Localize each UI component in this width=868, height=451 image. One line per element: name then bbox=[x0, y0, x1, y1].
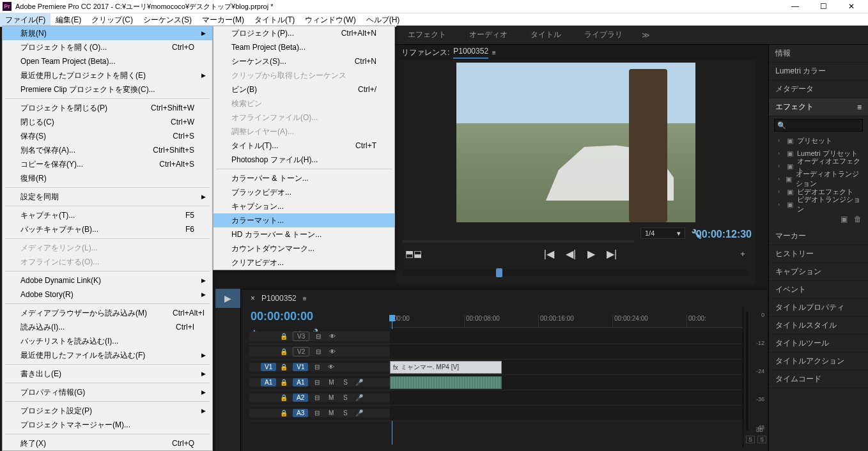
menu-item[interactable]: Adobe Dynamic Link(K)▶ bbox=[3, 273, 212, 287]
track-lane[interactable] bbox=[390, 329, 761, 344]
new-bin-icon[interactable]: ▣ bbox=[841, 215, 848, 224]
track-target[interactable]: V2 bbox=[293, 347, 309, 356]
solo-button[interactable]: S bbox=[757, 436, 766, 443]
menu-item[interactable]: プロジェクトを閉じる(P)Ctrl+Shift+W bbox=[3, 101, 212, 115]
menu-item[interactable]: 別名で保存(A)...Ctrl+Shift+S bbox=[3, 143, 212, 157]
add-marker-button[interactable]: ＋ bbox=[739, 248, 747, 259]
effects-search-input[interactable] bbox=[774, 119, 863, 132]
zoom-dropdown[interactable]: 1/4▾ bbox=[640, 227, 685, 239]
menu-item[interactable]: カラーマット... bbox=[213, 213, 394, 227]
play-button[interactable]: ▶ bbox=[587, 248, 595, 260]
go-to-out-button[interactable]: ▶| bbox=[607, 248, 617, 260]
menu-item[interactable]: キャプション... bbox=[213, 199, 394, 213]
sync-lock-icon[interactable]: ⊟ bbox=[312, 409, 322, 417]
workspace-tab[interactable]: オーディオ bbox=[458, 26, 519, 44]
panel-tab-effects[interactable]: エフェクト≡ bbox=[769, 98, 868, 116]
menu-item[interactable]: 最近使用したプロジェクトを開く(E)▶ bbox=[3, 68, 212, 82]
program-sequence-tab[interactable]: P1000352 bbox=[453, 47, 488, 59]
selection-tool[interactable]: ▶ bbox=[215, 289, 240, 308]
step-back-button[interactable]: ◀| bbox=[566, 248, 576, 260]
menu-item[interactable]: 新規(N)▶ bbox=[3, 26, 212, 40]
video-preview[interactable] bbox=[456, 63, 695, 222]
panel-tab[interactable]: キャプション bbox=[769, 263, 868, 281]
sync-lock-icon[interactable]: ⊟ bbox=[313, 348, 323, 355]
sync-lock-icon[interactable]: ⊟ bbox=[312, 379, 322, 386]
track-lane[interactable] bbox=[390, 344, 761, 359]
workspace-tab[interactable]: タイトル bbox=[519, 26, 573, 44]
menu-item[interactable]: 復帰(R) bbox=[3, 171, 212, 185]
go-to-in-button[interactable]: |◀ bbox=[544, 248, 554, 260]
solo-button[interactable]: S bbox=[746, 436, 755, 443]
track-target[interactable]: A1 bbox=[293, 378, 308, 386]
effects-folder[interactable]: ›▣プリセット bbox=[769, 134, 868, 147]
panel-tab[interactable]: マーカー bbox=[769, 227, 868, 245]
timeline-ruler[interactable]: :00:0000:00:08:0000:00:16:0000:00:24:000… bbox=[390, 315, 761, 328]
panel-tab[interactable]: 情報 bbox=[769, 45, 868, 63]
panel-menu-icon[interactable]: ≡ bbox=[303, 295, 307, 302]
voice-over-icon[interactable]: 🎤 bbox=[354, 394, 364, 401]
menu-item[interactable]: 閉じる(C)Ctrl+W bbox=[3, 115, 212, 129]
sync-lock-icon[interactable]: ⊟ bbox=[312, 394, 322, 401]
menu-タイトル(T)[interactable]: タイトル(T) bbox=[249, 13, 300, 27]
menu-ヘルプ(H)[interactable]: ヘルプ(H) bbox=[361, 13, 405, 27]
menu-item[interactable]: Premiere Clip プロジェクトを変換(C)... bbox=[3, 82, 212, 96]
menu-item[interactable]: バッチリストを読み込む(I)... bbox=[3, 334, 212, 348]
menu-item[interactable]: Adobe Story(R)▶ bbox=[3, 287, 212, 302]
scrub-bar[interactable] bbox=[403, 270, 749, 276]
menu-item[interactable]: シーケンス(S)...Ctrl+N bbox=[213, 54, 394, 68]
audio-clip[interactable] bbox=[390, 376, 502, 389]
lock-icon[interactable]: 🔒 bbox=[280, 363, 289, 371]
menu-item[interactable]: カウントダウンマーク... bbox=[213, 241, 394, 256]
timeline-sequence-name[interactable]: P1000352 bbox=[261, 294, 297, 303]
menu-item[interactable]: カラーバー & トーン... bbox=[213, 171, 394, 185]
track-target[interactable]: A2 bbox=[293, 394, 308, 402]
panel-menu-icon[interactable]: ≡ bbox=[857, 103, 862, 112]
toggle-output-icon[interactable]: 👁 bbox=[327, 348, 337, 355]
video-clip[interactable]: fxミャンマー. MP4 [V] bbox=[390, 361, 502, 374]
menu-item[interactable]: キャプチャ(T)...F5 bbox=[3, 208, 212, 222]
panel-tab[interactable]: タイトルスタイル bbox=[769, 317, 868, 335]
menu-item[interactable]: 最近使用したファイルを読み込む(F)▶ bbox=[3, 348, 212, 362]
effects-folder[interactable]: ›▣ビデオトランジション bbox=[769, 198, 868, 211]
menu-マーカー(M)[interactable]: マーカー(M) bbox=[197, 13, 249, 27]
panel-tab[interactable]: ヒストリー bbox=[769, 245, 868, 263]
solo-button[interactable]: S bbox=[340, 379, 350, 386]
menu-ウィンドウ(W)[interactable]: ウィンドウ(W) bbox=[300, 13, 360, 27]
maximize-button[interactable]: ☐ bbox=[809, 0, 837, 13]
menu-item[interactable]: HD カラーバー & トーン... bbox=[213, 227, 394, 241]
lock-icon[interactable]: 🔒 bbox=[280, 394, 289, 401]
toggle-output-icon[interactable]: 👁 bbox=[326, 363, 336, 371]
delete-icon[interactable]: 🗑 bbox=[854, 215, 862, 224]
track-lane[interactable] bbox=[390, 390, 761, 405]
source-patch[interactable]: A1 bbox=[261, 378, 276, 386]
lock-icon[interactable]: 🔒 bbox=[280, 409, 289, 417]
menu-item[interactable]: 保存(S)Ctrl+S bbox=[3, 129, 212, 143]
menu-item[interactable]: プロジェクト(P)...Ctrl+Alt+N bbox=[213, 26, 394, 40]
track-target[interactable]: V3 bbox=[293, 332, 309, 341]
track-lane[interactable] bbox=[390, 375, 761, 390]
lock-icon[interactable]: 🔒 bbox=[280, 348, 289, 355]
effects-folder[interactable]: ›▣オーディオトランジション bbox=[769, 172, 868, 185]
menu-item[interactable]: バッチキャプチャ(B)...F6 bbox=[3, 222, 212, 236]
mute-button[interactable]: M bbox=[326, 379, 336, 386]
sync-lock-icon[interactable]: ⊟ bbox=[312, 363, 322, 371]
menu-item[interactable]: Team Project (Beta)... bbox=[213, 40, 394, 54]
close-button[interactable]: ✕ bbox=[837, 0, 865, 13]
workspace-more-icon[interactable]: ≫ bbox=[634, 31, 658, 40]
menu-クリップ(C)[interactable]: クリップ(C) bbox=[86, 13, 138, 27]
menu-item[interactable]: Photoshop ファイル(H)... bbox=[213, 153, 394, 167]
menu-item[interactable]: プロジェクト設定(P)▶ bbox=[3, 404, 212, 418]
menu-ファイル(F)[interactable]: ファイル(F) bbox=[0, 13, 50, 27]
track-lane[interactable]: fxミャンマー. MP4 [V] bbox=[390, 360, 761, 374]
playhead-marker[interactable] bbox=[496, 268, 502, 277]
lock-icon[interactable]: 🔒 bbox=[280, 333, 289, 340]
panel-tab[interactable]: Lumetri カラー bbox=[769, 63, 868, 80]
panel-tab[interactable]: タイトルプロパティ bbox=[769, 299, 868, 317]
source-patch[interactable]: V1 bbox=[261, 363, 276, 371]
toggle-output-icon[interactable]: 👁 bbox=[327, 333, 337, 340]
voice-over-icon[interactable]: 🎤 bbox=[354, 379, 364, 386]
menu-item[interactable]: 設定を同期▶ bbox=[3, 190, 212, 204]
solo-button[interactable]: S bbox=[340, 394, 350, 401]
menu-シーケンス(S)[interactable]: シーケンス(S) bbox=[138, 13, 197, 27]
menu-item[interactable]: Open Team Project (Beta)... bbox=[3, 54, 212, 68]
